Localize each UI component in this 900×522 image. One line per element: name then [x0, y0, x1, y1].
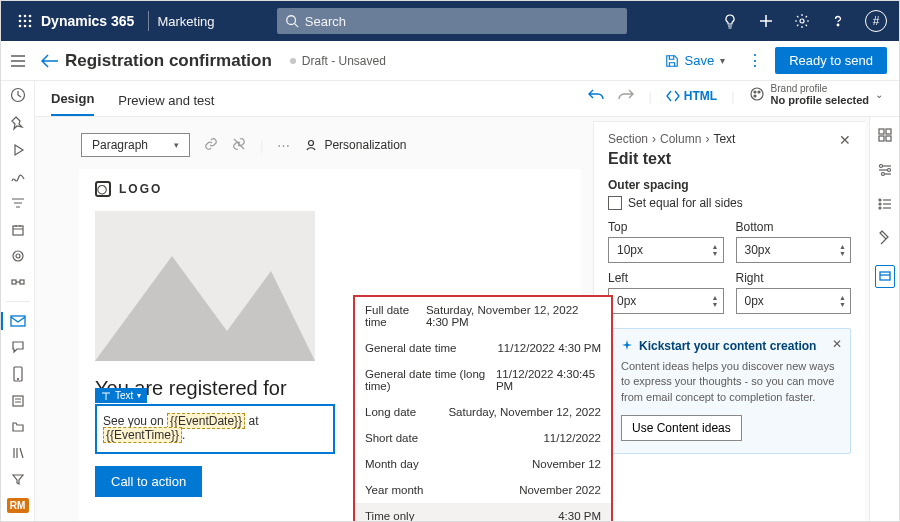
- breadcrumb-section[interactable]: Section: [608, 132, 648, 146]
- svg-point-21: [17, 378, 18, 379]
- format-option[interactable]: Month dayNovember 12: [355, 451, 611, 477]
- overflow-menu[interactable]: ⋮: [735, 51, 775, 70]
- unlink-icon[interactable]: [232, 137, 246, 154]
- rail-list-icon[interactable]: [877, 197, 893, 214]
- spacing-right-input[interactable]: 0px▲▼: [736, 288, 852, 314]
- plus-icon[interactable]: [757, 12, 775, 30]
- content-ideas-callout: ✕ Kickstart your content creation Conten…: [608, 328, 851, 454]
- more-formatting-icon[interactable]: ⋯: [277, 138, 290, 153]
- module-name[interactable]: Marketing: [157, 14, 214, 29]
- gear-icon[interactable]: [793, 12, 811, 30]
- save-icon: [665, 54, 679, 68]
- breadcrumb-column[interactable]: Column: [660, 132, 701, 146]
- nav-flow-icon[interactable]: [9, 275, 27, 289]
- svg-rect-18: [20, 280, 24, 284]
- ready-to-send-button[interactable]: Ready to send: [775, 47, 887, 74]
- tab-design[interactable]: Design: [51, 91, 94, 116]
- svg-point-23: [751, 88, 763, 100]
- cta-button[interactable]: Call to action: [95, 466, 202, 497]
- element-tag[interactable]: Text ▾: [95, 388, 147, 403]
- nav-toggle[interactable]: [1, 55, 35, 67]
- nav-recent-icon[interactable]: [9, 87, 27, 103]
- nav-forms-icon[interactable]: [9, 394, 27, 408]
- rail-settings-icon[interactable]: [877, 162, 893, 181]
- nav-pinned-icon[interactable]: [9, 115, 27, 131]
- svg-rect-22: [13, 396, 23, 406]
- spacing-right-label: Right: [736, 271, 852, 285]
- spacing-left-input[interactable]: 0px▲▼: [608, 288, 724, 314]
- nav-play-icon[interactable]: [9, 143, 27, 157]
- app-launcher-icon[interactable]: [9, 14, 41, 28]
- format-option-selected[interactable]: Time only4:30 PM: [355, 503, 611, 522]
- nav-library-icon[interactable]: [9, 446, 27, 460]
- search-icon: [285, 14, 299, 28]
- back-button[interactable]: [35, 54, 65, 68]
- token-event-time[interactable]: {{EventTime}}: [103, 427, 182, 443]
- nav-assets-icon[interactable]: [9, 420, 27, 434]
- checkbox-icon: [608, 196, 622, 210]
- image-placeholder[interactable]: [95, 211, 315, 361]
- rail-active-icon[interactable]: [875, 265, 895, 288]
- format-option[interactable]: General date time11/12/2022 4:30 PM: [355, 335, 611, 361]
- chevron-down-icon[interactable]: ▾: [720, 55, 725, 66]
- nav-journeys-icon[interactable]: [9, 169, 27, 185]
- nav-calendar-icon[interactable]: [9, 223, 27, 237]
- redo-icon[interactable]: [618, 88, 634, 105]
- svg-marker-28: [95, 256, 315, 361]
- status-badge: Draft - Unsaved: [290, 54, 386, 68]
- svg-line-10: [294, 24, 298, 28]
- svg-point-6: [19, 25, 22, 28]
- nav-push-icon[interactable]: [9, 366, 27, 382]
- brand-name[interactable]: Dynamics 365: [41, 13, 140, 29]
- svg-rect-14: [13, 226, 23, 235]
- divider: [148, 11, 149, 31]
- text-toolbar: Paragraph ▾ | ⋯ Personalization: [71, 129, 593, 161]
- html-button[interactable]: HTML: [666, 89, 717, 103]
- svg-point-37: [879, 203, 881, 205]
- format-option[interactable]: Year monthNovember 2022: [355, 477, 611, 503]
- svg-point-4: [24, 20, 27, 23]
- nav-funnel-icon[interactable]: [9, 197, 27, 211]
- tab-preview[interactable]: Preview and test: [118, 93, 214, 116]
- rail-ideas-icon[interactable]: [878, 230, 892, 249]
- command-bar: Registration confirmation Draft - Unsave…: [1, 41, 899, 81]
- spacing-top-input[interactable]: 10px▲▼: [608, 237, 724, 263]
- format-option[interactable]: General date time (long time)11/12/2022 …: [355, 361, 611, 399]
- user-badge[interactable]: RM: [7, 498, 29, 513]
- user-avatar[interactable]: #: [865, 10, 887, 32]
- spacing-bottom-input[interactable]: 30px▲▼: [736, 237, 852, 263]
- spacing-left-label: Left: [608, 271, 724, 285]
- breadcrumb: Section› Column› Text ✕: [608, 132, 851, 146]
- property-rail: [869, 117, 899, 521]
- rail-elements-icon[interactable]: [877, 127, 893, 146]
- use-content-ideas-button[interactable]: Use Content ideas: [621, 415, 742, 441]
- svg-point-15: [13, 251, 23, 261]
- format-option[interactable]: Full date timeSaturday, November 12, 202…: [355, 297, 611, 335]
- breadcrumb-text[interactable]: Text: [713, 132, 735, 146]
- nav-filter-icon[interactable]: [9, 472, 27, 486]
- format-option[interactable]: Long dateSaturday, November 12, 2022: [355, 399, 611, 425]
- format-option[interactable]: Short date11/12/2022: [355, 425, 611, 451]
- personalization-button[interactable]: Personalization: [304, 138, 406, 152]
- equal-sides-checkbox[interactable]: Set equal for all sides: [608, 196, 851, 210]
- global-header: Dynamics 365 Marketing Search #: [1, 1, 899, 41]
- link-icon[interactable]: [204, 137, 218, 154]
- brand-profile-picker[interactable]: Brand profile No profile selected ⌄: [749, 83, 883, 110]
- svg-point-2: [29, 15, 32, 18]
- callout-close-icon[interactable]: ✕: [832, 337, 842, 351]
- close-icon[interactable]: ✕: [839, 132, 851, 148]
- panel-heading: Edit text: [608, 150, 851, 168]
- nav-sms-icon[interactable]: [9, 340, 27, 354]
- lightbulb-icon[interactable]: [721, 12, 739, 30]
- nav-email-icon[interactable]: [9, 314, 27, 328]
- paragraph-style-picker[interactable]: Paragraph ▾: [81, 133, 190, 157]
- nav-target-icon[interactable]: [9, 249, 27, 263]
- text-block-selected[interactable]: Text ▾ See you on {{EventDate}} at {{Eve…: [95, 404, 335, 454]
- status-text: Draft - Unsaved: [302, 54, 386, 68]
- main-area: Design Preview and test | HTML | B: [35, 81, 899, 521]
- help-icon[interactable]: [829, 12, 847, 30]
- undo-icon[interactable]: [588, 88, 604, 105]
- brand-profile-label: Brand profile: [771, 83, 869, 94]
- global-search[interactable]: Search: [277, 8, 627, 34]
- save-button[interactable]: Save ▾: [665, 53, 726, 68]
